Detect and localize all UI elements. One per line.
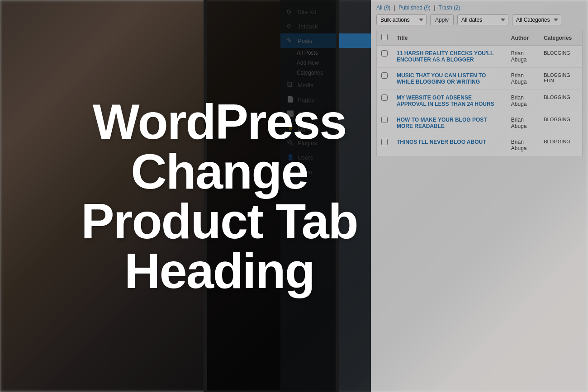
table-row: THINGS I'LL NEVER BLOG ABOUT Brian Abuga… <box>377 134 583 156</box>
filter-separator-2: | <box>434 5 435 11</box>
row-3-title: MY WEBSITE GOT ADSENSE APPROVAL IN LESS … <box>392 90 507 112</box>
row-checkbox-1 <box>377 46 393 68</box>
table-row: 11 HARSH REALITY CHECKS YOU'LL ENCOUNTER… <box>377 46 583 68</box>
apply-button[interactable]: Apply <box>430 14 454 25</box>
table-row: MY WEBSITE GOT ADSENSE APPROVAL IN LESS … <box>377 90 583 112</box>
wp-main-content: All (9) | Published (9) | Trash (2) Bulk… <box>371 0 588 392</box>
row-2-title: MUSIC THAT YOU CAN LISTEN TO WHILE BLOGG… <box>392 68 507 90</box>
row-5-author: Brian Abuga <box>507 134 539 156</box>
filter-all-link[interactable]: All (9) <box>376 5 390 11</box>
row-5-checkbox[interactable] <box>381 139 388 145</box>
row-3-author: Brian Abuga <box>507 90 539 112</box>
row-checkbox-5 <box>377 134 393 156</box>
col-header-checkbox <box>377 30 393 46</box>
select-all-checkbox[interactable] <box>381 34 388 40</box>
row-3-categories[interactable]: BLOGGING <box>539 90 582 112</box>
col-header-author: Author <box>507 30 539 46</box>
col-header-title: Title <box>392 30 507 46</box>
filter-trash-link[interactable]: Trash (2) <box>438 5 460 11</box>
row-1-title: 11 HARSH REALITY CHECKS YOU'LL ENCOUNTER… <box>392 46 507 68</box>
row-checkbox-3 <box>377 90 393 112</box>
all-dates-select[interactable]: All dates January 2023 February 2023 <box>457 14 508 25</box>
row-2-author: Brian Abuga <box>507 68 539 90</box>
row-checkbox-4 <box>377 112 393 134</box>
posts-table: Title Author Categories 11 HARSH REALITY… <box>376 30 583 156</box>
filter-links: All (9) | Published (9) | Trash (2) <box>376 5 583 11</box>
col-header-categories: Categories <box>539 30 582 46</box>
filter-published-link[interactable]: Published (9) <box>398 5 431 11</box>
filter-bar: Bulk actions Edit Move to Trash Apply Al… <box>376 14 583 25</box>
row-1-checkbox[interactable] <box>381 50 388 57</box>
row-1-author: Brian Abuga <box>507 46 539 68</box>
row-4-title: HOW TO MAKE YOUR BLOG POST MORE READABLE <box>392 112 507 134</box>
table-row: HOW TO MAKE YOUR BLOG POST MORE READABLE… <box>377 112 583 134</box>
table-row: MUSIC THAT YOU CAN LISTEN TO WHILE BLOGG… <box>377 68 583 90</box>
row-checkbox-2 <box>377 68 393 90</box>
filter-separator-1: | <box>394 5 395 11</box>
row-4-checkbox[interactable] <box>381 117 388 123</box>
row-4-categories[interactable]: BLOGGING <box>539 112 582 134</box>
row-4-author: Brian Abuga <box>507 112 539 134</box>
row-2-checkbox[interactable] <box>381 72 388 79</box>
row-5-title: THINGS I'LL NEVER BLOG ABOUT <box>392 134 507 156</box>
row-3-checkbox[interactable] <box>381 94 388 101</box>
row-5-categories[interactable]: BLOGGING <box>539 134 582 156</box>
device-frame <box>204 0 339 392</box>
bulk-actions-select[interactable]: Bulk actions Edit Move to Trash <box>376 14 427 25</box>
all-categories-select[interactable]: All Categories BLOGGING FUN <box>512 14 561 25</box>
row-2-categories[interactable]: BLOGGING, FUN <box>539 68 582 90</box>
row-1-categories[interactable]: BLOGGING <box>539 46 582 68</box>
table-header-row: Title Author Categories <box>377 30 583 46</box>
